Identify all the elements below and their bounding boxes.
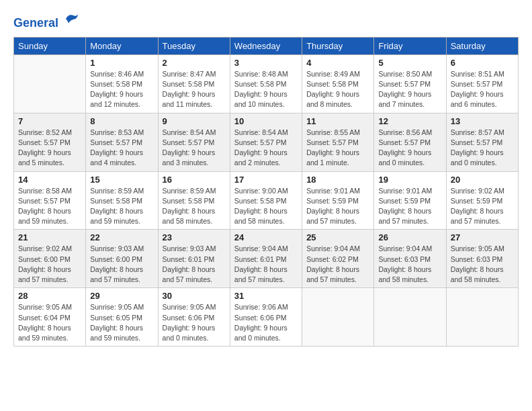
day-number: 17 bbox=[234, 175, 298, 185]
day-info: Sunrise: 8:48 AM Sunset: 5:58 PM Dayligh… bbox=[234, 69, 298, 110]
day-info: Sunrise: 9:03 AM Sunset: 6:00 PM Dayligh… bbox=[90, 244, 153, 285]
calendar-cell: 22Sunrise: 9:03 AM Sunset: 6:00 PM Dayli… bbox=[86, 230, 158, 288]
day-number: 28 bbox=[18, 291, 81, 301]
day-number: 23 bbox=[163, 232, 226, 242]
day-number: 7 bbox=[18, 116, 81, 126]
calendar-cell: 31Sunrise: 9:06 AM Sunset: 6:06 PM Dayli… bbox=[230, 288, 302, 347]
weekday-header-saturday: Saturday bbox=[446, 37, 518, 54]
day-number: 25 bbox=[306, 232, 369, 242]
day-number: 1 bbox=[90, 58, 153, 68]
calendar-cell: 24Sunrise: 9:04 AM Sunset: 6:01 PM Dayli… bbox=[230, 230, 302, 288]
day-number: 2 bbox=[163, 58, 226, 68]
calendar-cell: 16Sunrise: 8:59 AM Sunset: 5:58 PM Dayli… bbox=[158, 171, 230, 230]
calendar-week-1: 1Sunrise: 8:46 AM Sunset: 5:58 PM Daylig… bbox=[14, 54, 519, 113]
calendar-cell: 29Sunrise: 9:05 AM Sunset: 6:05 PM Dayli… bbox=[86, 288, 158, 347]
calendar-cell: 14Sunrise: 8:58 AM Sunset: 5:57 PM Dayli… bbox=[14, 171, 86, 230]
day-info: Sunrise: 8:50 AM Sunset: 5:57 PM Dayligh… bbox=[378, 69, 441, 110]
day-number: 30 bbox=[163, 291, 226, 301]
day-number: 19 bbox=[378, 175, 441, 185]
day-info: Sunrise: 8:53 AM Sunset: 5:57 PM Dayligh… bbox=[90, 128, 153, 169]
calendar-cell: 13Sunrise: 8:57 AM Sunset: 5:57 PM Dayli… bbox=[446, 113, 518, 171]
weekday-header-row: SundayMondayTuesdayWednesdayThursdayFrid… bbox=[14, 37, 519, 54]
day-info: Sunrise: 8:57 AM Sunset: 5:57 PM Dayligh… bbox=[451, 128, 514, 169]
calendar-cell: 3Sunrise: 8:48 AM Sunset: 5:58 PM Daylig… bbox=[230, 54, 302, 113]
day-info: Sunrise: 9:04 AM Sunset: 6:02 PM Dayligh… bbox=[306, 244, 369, 285]
day-info: Sunrise: 9:01 AM Sunset: 5:59 PM Dayligh… bbox=[306, 186, 369, 227]
day-info: Sunrise: 9:02 AM Sunset: 6:00 PM Dayligh… bbox=[18, 244, 81, 285]
day-info: Sunrise: 9:05 AM Sunset: 6:05 PM Dayligh… bbox=[90, 302, 153, 343]
calendar-week-5: 28Sunrise: 9:05 AM Sunset: 6:04 PM Dayli… bbox=[14, 288, 519, 347]
day-info: Sunrise: 8:54 AM Sunset: 5:57 PM Dayligh… bbox=[234, 128, 298, 169]
calendar-cell: 2Sunrise: 8:47 AM Sunset: 5:58 PM Daylig… bbox=[158, 54, 230, 113]
day-number: 12 bbox=[378, 116, 441, 126]
calendar-cell: 11Sunrise: 8:55 AM Sunset: 5:57 PM Dayli… bbox=[302, 113, 374, 171]
day-number: 8 bbox=[90, 116, 153, 126]
weekday-header-sunday: Sunday bbox=[14, 37, 86, 54]
logo-bird-icon bbox=[63, 11, 79, 27]
calendar-table: SundayMondayTuesdayWednesdayThursdayFrid… bbox=[13, 37, 519, 347]
calendar-cell: 9Sunrise: 8:54 AM Sunset: 5:57 PM Daylig… bbox=[158, 113, 230, 171]
day-info: Sunrise: 8:59 AM Sunset: 5:58 PM Dayligh… bbox=[163, 186, 226, 227]
day-info: Sunrise: 9:05 AM Sunset: 6:06 PM Dayligh… bbox=[163, 302, 226, 343]
logo-text: General bbox=[13, 11, 79, 30]
day-info: Sunrise: 8:55 AM Sunset: 5:57 PM Dayligh… bbox=[306, 128, 369, 169]
day-info: Sunrise: 9:05 AM Sunset: 6:04 PM Dayligh… bbox=[18, 302, 81, 343]
calendar-week-2: 7Sunrise: 8:52 AM Sunset: 5:57 PM Daylig… bbox=[14, 113, 519, 171]
day-number: 20 bbox=[451, 175, 514, 185]
calendar-cell: 25Sunrise: 9:04 AM Sunset: 6:02 PM Dayli… bbox=[302, 230, 374, 288]
calendar-cell: 20Sunrise: 9:02 AM Sunset: 5:59 PM Dayli… bbox=[446, 171, 518, 230]
day-info: Sunrise: 8:52 AM Sunset: 5:57 PM Dayligh… bbox=[18, 128, 81, 169]
day-number: 18 bbox=[306, 175, 369, 185]
day-info: Sunrise: 9:01 AM Sunset: 5:59 PM Dayligh… bbox=[378, 186, 441, 227]
calendar-cell: 4Sunrise: 8:49 AM Sunset: 5:58 PM Daylig… bbox=[302, 54, 374, 113]
calendar-cell: 8Sunrise: 8:53 AM Sunset: 5:57 PM Daylig… bbox=[86, 113, 158, 171]
calendar-cell bbox=[446, 288, 518, 347]
page-container: General SundayMondayTuesdayWednesdayThur… bbox=[0, 0, 532, 353]
day-info: Sunrise: 8:59 AM Sunset: 5:58 PM Dayligh… bbox=[90, 186, 153, 227]
day-info: Sunrise: 9:00 AM Sunset: 5:58 PM Dayligh… bbox=[234, 186, 298, 227]
weekday-header-friday: Friday bbox=[374, 37, 446, 54]
calendar-cell: 1Sunrise: 8:46 AM Sunset: 5:58 PM Daylig… bbox=[86, 54, 158, 113]
day-number: 27 bbox=[451, 232, 514, 242]
day-number: 26 bbox=[378, 232, 441, 242]
day-info: Sunrise: 9:02 AM Sunset: 5:59 PM Dayligh… bbox=[451, 186, 514, 227]
calendar-cell: 17Sunrise: 9:00 AM Sunset: 5:58 PM Dayli… bbox=[230, 171, 302, 230]
day-info: Sunrise: 8:58 AM Sunset: 5:57 PM Dayligh… bbox=[18, 186, 81, 227]
calendar-cell bbox=[374, 288, 446, 347]
calendar-cell: 27Sunrise: 9:05 AM Sunset: 6:03 PM Dayli… bbox=[446, 230, 518, 288]
day-number: 13 bbox=[451, 116, 514, 126]
day-number: 15 bbox=[90, 175, 153, 185]
weekday-header-tuesday: Tuesday bbox=[158, 37, 230, 54]
day-info: Sunrise: 9:03 AM Sunset: 6:01 PM Dayligh… bbox=[163, 244, 226, 285]
logo: General bbox=[13, 11, 79, 30]
calendar-week-4: 21Sunrise: 9:02 AM Sunset: 6:00 PM Dayli… bbox=[14, 230, 519, 288]
calendar-cell: 15Sunrise: 8:59 AM Sunset: 5:58 PM Dayli… bbox=[86, 171, 158, 230]
day-info: Sunrise: 8:49 AM Sunset: 5:58 PM Dayligh… bbox=[306, 69, 369, 110]
day-number: 22 bbox=[90, 232, 153, 242]
day-number: 3 bbox=[234, 58, 298, 68]
day-number: 11 bbox=[306, 116, 369, 126]
calendar-cell: 21Sunrise: 9:02 AM Sunset: 6:00 PM Dayli… bbox=[14, 230, 86, 288]
header: General bbox=[13, 11, 519, 30]
calendar-cell: 26Sunrise: 9:04 AM Sunset: 6:03 PM Dayli… bbox=[374, 230, 446, 288]
calendar-cell: 30Sunrise: 9:05 AM Sunset: 6:06 PM Dayli… bbox=[158, 288, 230, 347]
calendar-cell: 7Sunrise: 8:52 AM Sunset: 5:57 PM Daylig… bbox=[14, 113, 86, 171]
day-info: Sunrise: 8:47 AM Sunset: 5:58 PM Dayligh… bbox=[163, 69, 226, 110]
day-info: Sunrise: 8:51 AM Sunset: 5:57 PM Dayligh… bbox=[451, 69, 514, 110]
weekday-header-wednesday: Wednesday bbox=[230, 37, 302, 54]
day-number: 10 bbox=[234, 116, 298, 126]
day-info: Sunrise: 8:54 AM Sunset: 5:57 PM Dayligh… bbox=[163, 128, 226, 169]
day-info: Sunrise: 9:04 AM Sunset: 6:03 PM Dayligh… bbox=[378, 244, 441, 285]
day-info: Sunrise: 9:06 AM Sunset: 6:06 PM Dayligh… bbox=[234, 302, 298, 343]
calendar-cell: 5Sunrise: 8:50 AM Sunset: 5:57 PM Daylig… bbox=[374, 54, 446, 113]
calendar-cell: 19Sunrise: 9:01 AM Sunset: 5:59 PM Dayli… bbox=[374, 171, 446, 230]
day-number: 31 bbox=[234, 291, 298, 301]
day-number: 5 bbox=[378, 58, 441, 68]
calendar-cell: 23Sunrise: 9:03 AM Sunset: 6:01 PM Dayli… bbox=[158, 230, 230, 288]
day-info: Sunrise: 9:04 AM Sunset: 6:01 PM Dayligh… bbox=[234, 244, 298, 285]
calendar-cell bbox=[14, 54, 86, 113]
calendar-week-3: 14Sunrise: 8:58 AM Sunset: 5:57 PM Dayli… bbox=[14, 171, 519, 230]
calendar-cell: 12Sunrise: 8:56 AM Sunset: 5:57 PM Dayli… bbox=[374, 113, 446, 171]
day-info: Sunrise: 9:05 AM Sunset: 6:03 PM Dayligh… bbox=[451, 244, 514, 285]
calendar-cell: 6Sunrise: 8:51 AM Sunset: 5:57 PM Daylig… bbox=[446, 54, 518, 113]
